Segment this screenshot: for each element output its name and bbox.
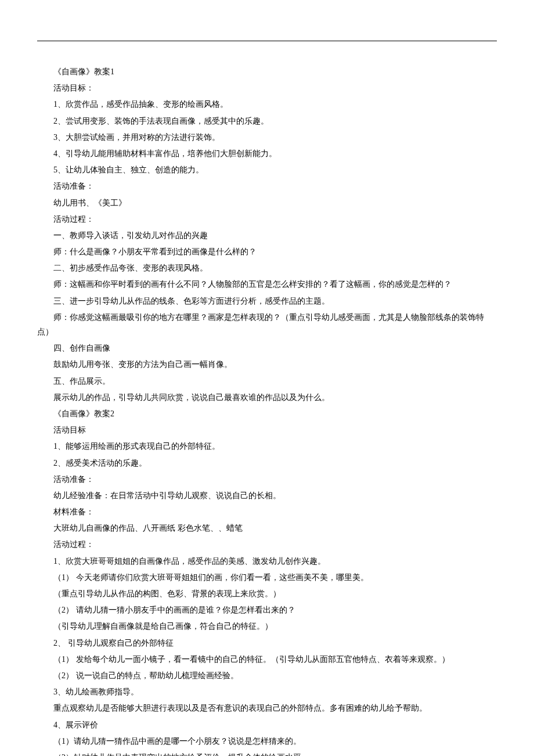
paragraph-line: 1、能够运用绘画的形式表现自己的外部特征。	[37, 439, 497, 453]
paragraph-line: （2） 说一说自己的特点，帮助幼儿梳理绘画经验。	[37, 668, 497, 683]
paragraph-line: 1、欣赏大班哥哥姐姐的自画像作品，感受作品的美感、激发幼儿创作兴趣。	[37, 554, 497, 568]
paragraph-line: 五、作品展示。	[37, 374, 497, 388]
paragraph-line: 活动准备：	[37, 179, 497, 193]
paragraph-line: 活动目标	[37, 423, 497, 437]
paragraph-line: 幼儿经验准备：在日常活动中引导幼儿观察、说说自己的长相。	[37, 488, 497, 503]
paragraph-line: 4、引导幼儿能用辅助材料丰富作品，培养他们大胆创新能力。	[37, 146, 497, 161]
paragraph-line: 2、 引导幼儿观察自己的外部特征	[37, 636, 497, 650]
paragraph-line: 5、让幼儿体验自主、独立、创造的能力。	[37, 163, 497, 177]
paragraph-line: （1）请幼儿猜一猜作品中画的是哪一个小朋友？说说是怎样猜来的。	[37, 734, 497, 748]
paragraph-line: 鼓励幼儿用夸张、变形的方法为自己画一幅肖像。	[37, 357, 497, 372]
paragraph-line: （2） 请幼儿猜一猜小朋友手中的画画的是谁？你是怎样看出来的？	[37, 603, 497, 617]
paragraph-line: 二、初步感受作品夸张、变形的表现风格。	[37, 261, 497, 275]
paragraph-line: 《自画像》教案1	[37, 64, 497, 79]
paragraph-line: （引导幼儿理解自画像就是给自己画像，符合自己的特征。）	[37, 619, 497, 633]
paragraph-line: （1） 今天老师请你们欣赏大班哥哥姐姐们的画，你们看一看，这些画美不美，哪里美。	[37, 570, 497, 585]
paragraph-line: 3、大胆尝试绘画，并用对称的方法进行装饰。	[37, 130, 497, 145]
paragraph-line: 活动目标：	[37, 81, 497, 95]
paragraph-line: 2、尝试用变形、装饰的手法表现自画像，感受其中的乐趣。	[37, 114, 497, 128]
paragraph-line: 活动过程：	[37, 537, 497, 552]
paragraph-line: 1、欣赏作品，感受作品抽象、变形的绘画风格。	[37, 97, 497, 111]
paragraph-line: （2）针对幼儿作品中表现突出的地方给予评价，提升全体的绘画水平	[37, 750, 497, 756]
paragraph-line: （1） 发给每个幼儿一面小镜子，看一看镜中的自己的特征。（引导幼儿从面部五官他特…	[37, 652, 497, 667]
paragraph-line: 材料准备：	[37, 505, 497, 519]
paragraph-line: 一、教师导入谈话，引发幼儿对作品的兴趣	[37, 228, 497, 243]
paragraph-line: 四、创作自画像	[37, 341, 497, 355]
horizontal-rule	[37, 41, 497, 41]
paragraph-line: 重点观察幼儿是否能够大胆进行表现以及是否有意识的表现自己的外部特点。多有困难的幼…	[37, 701, 497, 715]
paragraph-line: 师：什么是画像？小朋友平常看到过的画像是什么样的？	[37, 244, 497, 259]
paragraph-line: 展示幼儿的作品，引导幼儿共同欣赏，说说自己最喜欢谁的作品以及为什么。	[37, 390, 497, 405]
paragraph-line: 4、展示评价	[37, 718, 497, 732]
paragraph-line: 活动过程：	[37, 212, 497, 226]
paragraph-line: （重点引导幼儿从作品的构图、色彩、背景的表现上来欣赏。）	[37, 586, 497, 601]
document-page: 《自画像》教案1活动目标：1、欣赏作品，感受作品抽象、变形的绘画风格。2、尝试用…	[0, 0, 534, 756]
paragraph-line: 3、幼儿绘画教师指导。	[37, 685, 497, 699]
paragraph-line: 2、感受美术活动的乐趣。	[37, 456, 497, 470]
document-body: 《自画像》教案1活动目标：1、欣赏作品，感受作品抽象、变形的绘画风格。2、尝试用…	[37, 64, 497, 756]
paragraph-line: 师：这幅画和你平时看到的画有什么不同？人物脸部的五官是怎么样安排的？看了这幅画，…	[37, 277, 497, 291]
paragraph-line: 幼儿用书、《美工》	[37, 196, 497, 210]
paragraph-line: 《自画像》教案2	[37, 406, 497, 421]
paragraph-line: 大班幼儿自画像的作品、八开画纸 彩色水笔、、蜡笔	[37, 521, 497, 535]
paragraph-line: 活动准备：	[37, 472, 497, 487]
paragraph-line: 师：你感觉这幅画最吸引你的地方在哪里？画家是怎样表现的？（重点引导幼儿感受画面，…	[37, 310, 497, 339]
paragraph-line: 三、进一步引导幼儿从作品的线条、色彩等方面进行分析，感受作品的主题。	[37, 294, 497, 308]
